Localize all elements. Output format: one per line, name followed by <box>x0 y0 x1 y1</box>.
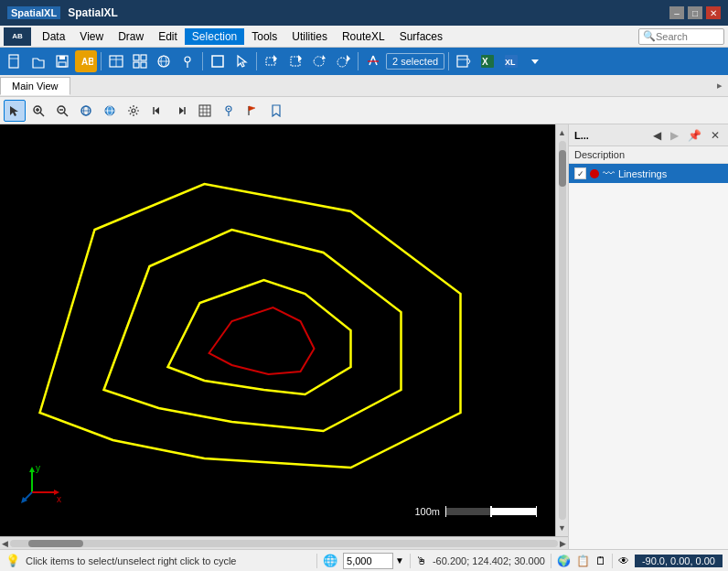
scale-input[interactable] <box>343 553 393 569</box>
status-sep3 <box>551 554 551 568</box>
tb-sep2 <box>202 52 203 70</box>
map-area[interactable]: y x 100m <box>0 124 555 536</box>
svg-text:y: y <box>36 463 40 473</box>
v-scroll-thumb[interactable] <box>559 150 566 187</box>
title-bar-title: SpatialXL <box>68 6 118 19</box>
h-scrollbar[interactable]: ◀ ▶ <box>0 536 568 549</box>
menu-selection[interactable]: Selection <box>185 28 244 45</box>
h-scroll-left[interactable]: ◀ <box>2 539 8 548</box>
menu-view[interactable]: View <box>72 28 111 45</box>
tb-save[interactable] <box>51 50 73 72</box>
layer-checkbox[interactable]: ✓ <box>574 167 586 179</box>
panel-back[interactable]: ◀ <box>650 128 664 143</box>
tb-table[interactable] <box>105 50 127 72</box>
panel-forward[interactable]: ▶ <box>668 128 681 143</box>
map-with-scroll: y x 100m <box>0 124 568 536</box>
selected-count-badge: 2 selected <box>386 53 444 70</box>
sub-globe1[interactable] <box>75 100 97 122</box>
tb-cut[interactable] <box>362 50 384 72</box>
status-globe-icon[interactable]: 🌐 <box>323 554 337 567</box>
close-button[interactable]: ✕ <box>706 6 721 19</box>
sub-zoom-in[interactable] <box>27 100 49 122</box>
layer-row-linestrings[interactable]: ✓ 〰 Linestrings <box>569 164 728 183</box>
cursor-icon: 🖱 <box>416 555 427 567</box>
svg-point-17 <box>185 57 190 62</box>
layer-color-dot <box>590 169 599 178</box>
status-table-icon[interactable]: 🗒 <box>595 555 606 567</box>
sub-globe2[interactable] <box>99 100 121 122</box>
svg-marker-46 <box>155 107 159 114</box>
tb-sep3 <box>256 52 257 70</box>
menu-tools[interactable]: Tools <box>244 28 284 45</box>
svg-rect-12 <box>134 62 139 68</box>
minimize-button[interactable]: – <box>669 6 684 19</box>
tb-cursor[interactable] <box>230 50 252 72</box>
tb-select-radius[interactable] <box>332 50 354 72</box>
tb-new[interactable] <box>4 50 26 72</box>
h-scroll-right[interactable]: ▶ <box>560 539 566 548</box>
tb-select-box[interactable] <box>261 50 283 72</box>
map-outer: y x 100m <box>0 124 568 549</box>
svg-rect-11 <box>141 55 146 60</box>
svg-marker-58 <box>29 467 35 472</box>
h-scroll-thumb[interactable] <box>28 540 83 547</box>
menu-routexl[interactable]: RouteXL <box>335 28 392 45</box>
tb-globe[interactable] <box>153 50 175 72</box>
menu-draw[interactable]: Draw <box>111 28 151 45</box>
maximize-button[interactable]: □ <box>688 6 702 19</box>
status-sep4 <box>612 554 613 568</box>
sub-grid[interactable] <box>194 100 216 122</box>
search-icon: 🔍 <box>643 30 656 42</box>
sub-flag[interactable] <box>241 100 263 122</box>
status-info-icon[interactable]: 📋 <box>576 555 590 567</box>
menu-utilities[interactable]: Utilities <box>284 28 335 45</box>
svg-line-22 <box>369 56 373 65</box>
tb-grid[interactable] <box>129 50 151 72</box>
layer-name: Linestrings <box>618 168 667 179</box>
tb-dropdown[interactable] <box>524 50 546 72</box>
tb-sep1 <box>101 52 102 70</box>
sub-next[interactable] <box>170 100 192 122</box>
sub-zoom-out[interactable] <box>51 100 73 122</box>
panel-close[interactable]: ✕ <box>708 128 723 143</box>
svg-rect-10 <box>134 55 139 60</box>
sub-marker[interactable] <box>218 100 240 122</box>
tab-main-view[interactable]: Main View <box>0 77 70 95</box>
v-scroll-up[interactable]: ▲ <box>558 126 566 139</box>
scale-dropdown[interactable]: ▼ <box>395 555 404 566</box>
tb-open[interactable] <box>27 50 49 72</box>
panel-description: Description <box>569 146 728 164</box>
svg-text:XL: XL <box>505 58 516 67</box>
tb-excel[interactable]: X <box>476 50 498 72</box>
v-scroll-down[interactable]: ▼ <box>558 522 566 534</box>
menu-data[interactable]: Data <box>35 28 72 45</box>
sub-arrow[interactable] <box>4 100 26 122</box>
menu-bar: AB Data View Draw Edit Selection Tools U… <box>0 26 728 48</box>
tab-scroll-right[interactable]: ▸ <box>712 80 728 92</box>
tb-select-poly[interactable] <box>284 50 306 72</box>
tb-select-free[interactable] <box>308 50 330 72</box>
svg-point-45 <box>132 109 135 113</box>
svg-rect-4 <box>59 62 66 67</box>
tb-pin[interactable] <box>177 50 198 72</box>
svg-point-56 <box>228 108 230 110</box>
tb-export-table[interactable] <box>453 50 475 72</box>
sub-settings[interactable] <box>123 100 145 122</box>
panel-pin[interactable]: 📌 <box>685 128 704 143</box>
main-content: y x 100m <box>0 124 728 549</box>
svg-line-33 <box>40 113 44 116</box>
svg-rect-13 <box>141 62 146 68</box>
search-input[interactable] <box>656 31 720 42</box>
menu-surfaces[interactable]: Surfaces <box>392 28 450 45</box>
menu-edit[interactable]: Edit <box>151 28 185 45</box>
map-canvas[interactable] <box>0 124 555 536</box>
v-scrollbar[interactable]: ▲ ▼ <box>555 124 568 536</box>
tb-edit[interactable]: AB <box>75 50 97 72</box>
sub-prev[interactable] <box>146 100 168 122</box>
tb-square[interactable] <box>207 50 229 72</box>
scale-bar: 100m <box>411 505 537 518</box>
status-scale-group: ▼ <box>343 553 404 569</box>
status-hint-text: Click items to select/unselect right cli… <box>26 555 311 566</box>
tb-xl[interactable]: XL <box>500 50 522 72</box>
sub-bookmark[interactable] <box>265 100 287 122</box>
